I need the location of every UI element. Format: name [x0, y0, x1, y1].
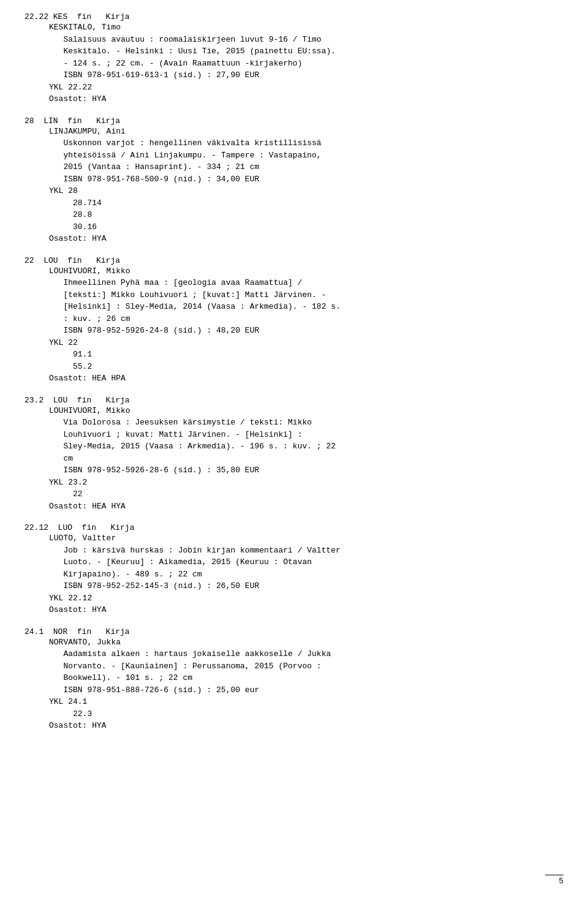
entry-1: 22.22 KES fin Kirja KESKITALO, Timo Sala… [24, 12, 564, 105]
entry-3-body: LOUHIVUORI, Mikko Ihmeellinen Pyhä maa :… [49, 265, 564, 385]
entry-1-header: 22.22 KES fin Kirja [24, 12, 564, 21]
entry-5: 22.12 LUO fin Kirja LUOTO, Valtter Job :… [24, 523, 564, 616]
entry-3-header: 22 LOU fin Kirja [24, 256, 564, 265]
page-content: 22.22 KES fin Kirja KESKITALO, Timo Sala… [24, 12, 564, 732]
entry-4: 23.2 LOU fin Kirja LOUHIVUORI, Mikko Via… [24, 396, 564, 513]
page-footer: 5 [545, 875, 564, 886]
entry-4-body: LOUHIVUORI, Mikko Via Dolorosa : Jeesuks… [49, 405, 564, 513]
page-number: 5 [559, 877, 564, 886]
footer-divider [545, 875, 564, 875]
entry-6-header: 24.1 NOR fin Kirja [24, 627, 564, 636]
entry-6: 24.1 NOR fin Kirja NORVANTO, Jukka Aadam… [24, 627, 564, 732]
entry-3: 22 LOU fin Kirja LOUHIVUORI, Mikko Ihmee… [24, 256, 564, 385]
entry-5-header: 22.12 LUO fin Kirja [24, 523, 564, 532]
entry-4-header: 23.2 LOU fin Kirja [24, 396, 564, 405]
entry-6-body: NORVANTO, Jukka Aadamista alkaen : harta… [49, 636, 564, 732]
entry-2-body: LINJAKUMPU, Aini Uskonnon varjot : henge… [49, 126, 564, 245]
entry-2: 28 LIN fin Kirja LINJAKUMPU, Aini Uskonn… [24, 116, 564, 245]
entry-5-body: LUOTO, Valtter Job : kärsivä hurskas : J… [49, 532, 564, 616]
entry-1-body: KESKITALO, Timo Salaisuus avautuu : room… [49, 21, 564, 105]
entry-2-header: 28 LIN fin Kirja [24, 116, 564, 126]
